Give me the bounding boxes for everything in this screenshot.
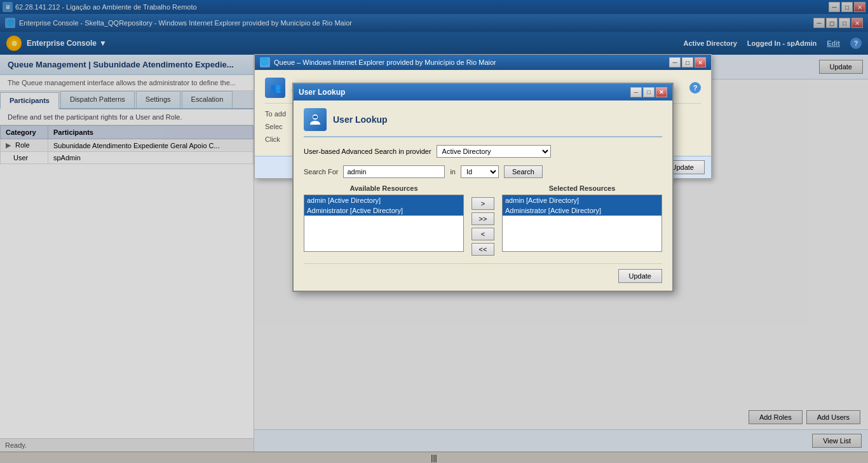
add-users-dialog-icon: 🌐 <box>260 57 270 67</box>
search-for-label: Search For <box>304 168 338 176</box>
add-users-dialog-title: Queue – Windows Internet Explorer provid… <box>274 59 669 66</box>
search-input[interactable] <box>343 165 445 178</box>
remove-all-button[interactable]: << <box>471 243 494 256</box>
provider-label: User-based Advanced Search in provider <box>304 148 431 155</box>
selected-resources-list[interactable]: admin [Active Directory] Administrator [… <box>502 195 662 252</box>
modal-footer: Update <box>304 263 662 283</box>
add-users-header-icon: 👥 <box>265 78 285 98</box>
selected-resources-title: Selected Resources <box>502 184 662 192</box>
in-select[interactable]: Id Name Email <box>461 165 499 178</box>
add-users-dialog-controls[interactable]: ─ □ ✕ <box>669 57 706 67</box>
resources-area: Available Resources admin [Active Direct… <box>304 184 662 256</box>
user-lookup-content: User Lookup User-based Advanced Search i… <box>294 100 672 291</box>
user-lookup-controls[interactable]: ─ □ ✕ <box>630 87 667 97</box>
transfer-buttons: > >> < << <box>469 197 497 256</box>
user-lookup-header-icon <box>304 108 327 131</box>
available-resources-list[interactable]: admin [Active Directory] Administrator [… <box>304 195 464 252</box>
add-users-minimize[interactable]: ─ <box>669 57 681 67</box>
selected-resources-panel: Selected Resources admin [Active Directo… <box>502 184 662 256</box>
user-lookup-restore[interactable]: □ <box>643 87 654 97</box>
available-resources-panel: Available Resources admin [Active Direct… <box>304 184 464 256</box>
available-item-0[interactable]: admin [Active Directory] <box>304 195 463 205</box>
add-users-restore[interactable]: □ <box>682 57 693 67</box>
add-all-button[interactable]: >> <box>471 212 494 225</box>
user-lookup-header: User Lookup <box>304 108 662 137</box>
user-lookup-header-title: User Lookup <box>333 114 388 125</box>
search-row: Search For in Id Name Email Search <box>304 165 662 178</box>
add-users-title-bar: 🌐 Queue – Windows Internet Explorer prov… <box>255 55 711 70</box>
in-label: in <box>450 168 456 176</box>
provider-row: User-based Advanced Search in provider A… <box>304 145 662 158</box>
user-lookup-minimize[interactable]: ─ <box>630 87 642 97</box>
user-lookup-modal: User Lookup ─ □ ✕ User Lookup User-based… <box>292 83 674 292</box>
user-lookup-close[interactable]: ✕ <box>656 87 667 97</box>
search-button[interactable]: Search <box>504 165 543 178</box>
add-users-close[interactable]: ✕ <box>695 57 706 67</box>
svg-rect-1 <box>313 116 317 118</box>
user-lookup-title-bar: User Lookup ─ □ ✕ <box>294 84 672 100</box>
add-one-button[interactable]: > <box>471 197 494 210</box>
add-users-help-icon[interactable]: ? <box>689 82 701 93</box>
available-item-1[interactable]: Administrator [Active Directory] <box>304 205 463 216</box>
selected-item-1[interactable]: Administrator [Active Directory] <box>503 205 661 216</box>
modal-update-button[interactable]: Update <box>618 269 662 283</box>
user-lookup-title: User Lookup <box>299 88 345 97</box>
provider-select[interactable]: Active Directory Local <box>437 145 551 158</box>
available-resources-title: Available Resources <box>304 184 464 192</box>
selected-item-0[interactable]: admin [Active Directory] <box>503 195 661 205</box>
remove-one-button[interactable]: < <box>471 228 494 240</box>
